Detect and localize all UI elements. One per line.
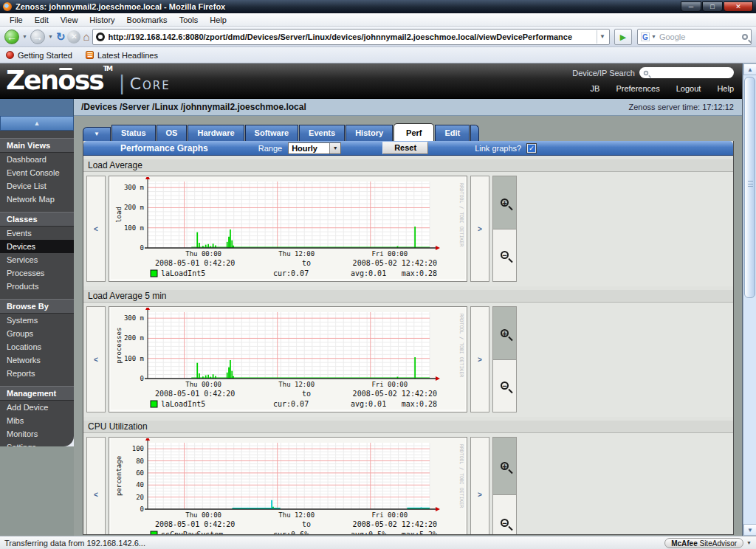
svg-text:300 m: 300 m — [124, 314, 144, 322]
tab-edit[interactable]: Edit — [435, 125, 470, 141]
sidebar-item-devices[interactable]: Devices — [0, 240, 74, 253]
sidebar-background — [0, 446, 74, 536]
sidebar-item-settings[interactable]: Settings — [0, 441, 74, 446]
sidebar-item-reports[interactable]: Reports — [0, 367, 74, 380]
reload-button[interactable]: ↻ — [56, 29, 66, 45]
logout-link[interactable]: Logout — [676, 84, 701, 93]
maximize-button[interactable]: □ — [702, 1, 723, 12]
bookmark-getting-started[interactable]: Getting Started — [6, 51, 72, 60]
sidebar-item-systems[interactable]: Systems — [0, 314, 74, 327]
reset-button[interactable]: Reset — [382, 142, 428, 154]
back-button[interactable]: ← — [4, 30, 19, 44]
search-icon[interactable] — [742, 34, 748, 40]
url-text[interactable]: http://192.168.142.6:8080/zport/dmd/Devi… — [109, 32, 597, 41]
menu-edit[interactable]: Edit — [30, 15, 54, 25]
sidebar-item-services[interactable]: Services — [0, 253, 74, 266]
siteadvisor-caret[interactable]: ▼ — [746, 540, 752, 545]
sidebar-item-mibs[interactable]: Mibs — [0, 414, 74, 427]
tab-os[interactable]: OS — [157, 125, 188, 141]
svg-text:Thu 00:00: Thu 00:00 — [185, 250, 221, 258]
menu-view[interactable]: View — [55, 15, 83, 25]
sidebar-item-dashboard[interactable]: Dashboard — [0, 153, 74, 166]
graph-prev-button[interactable]: < — [86, 176, 106, 282]
zoom-in-button[interactable]: + — [493, 438, 516, 495]
device-ip-search-input[interactable] — [639, 67, 734, 78]
sidebar-item-device-list[interactable]: Device List — [0, 179, 74, 193]
forward-button[interactable]: → — [30, 30, 45, 44]
menu-help[interactable]: Help — [205, 15, 232, 25]
home-button[interactable]: ⌂ — [83, 29, 89, 45]
zoom-out-button[interactable]: − — [493, 495, 516, 536]
trademark-symbol: TM — [103, 65, 111, 72]
graph-next-button[interactable]: > — [470, 176, 489, 282]
svg-text:200 m: 200 m — [124, 204, 144, 211]
sidebar-section-management: Management — [0, 386, 74, 401]
tab-software[interactable]: Software — [245, 125, 298, 141]
svg-text:Thu 00:00: Thu 00:00 — [185, 511, 221, 519]
back-history-caret[interactable]: ▼ — [22, 34, 27, 39]
tab-events[interactable]: Events — [299, 125, 345, 141]
tab-dropdown[interactable]: ▼ — [83, 127, 111, 141]
graph-next-button[interactable]: > — [470, 306, 489, 412]
svg-text:to: to — [302, 390, 311, 398]
stop-button[interactable]: ✕ — [67, 30, 80, 44]
sidebar-item-events[interactable]: Events — [0, 227, 74, 240]
menu-history[interactable]: History — [84, 15, 120, 25]
sidebar-item-add-device[interactable]: Add Device — [0, 401, 74, 414]
zoom-out-button[interactable]: − — [493, 360, 516, 412]
zoom-in-button[interactable]: + — [493, 307, 516, 360]
range-label: Range — [258, 144, 282, 153]
tab-status[interactable]: Status — [111, 125, 156, 141]
url-dropdown-icon[interactable]: ▼ — [597, 30, 608, 44]
tab-history[interactable]: History — [346, 125, 393, 141]
svg-text:cur:0.07: cur:0.07 — [273, 400, 309, 408]
graph-section: CPU Utilization < 020406080100Thu 00:00T… — [83, 421, 733, 535]
tab-hardware[interactable]: Hardware — [188, 125, 244, 141]
bookmark-latest-headlines[interactable]: ☰ Latest Headlines — [86, 51, 158, 60]
zoom-out-icon: − — [501, 519, 509, 527]
sidebar-item-network-map[interactable]: Network Map — [0, 193, 74, 206]
menu-bookmarks[interactable]: Bookmarks — [122, 15, 173, 25]
web-search-bar[interactable]: G ▼ Google — [637, 29, 752, 45]
scroll-down-button[interactable]: ▼ — [743, 524, 756, 536]
minimize-button[interactable]: ─ — [681, 1, 701, 12]
sidebar-item-monitors[interactable]: Monitors — [0, 427, 74, 441]
svg-text:200 m: 200 m — [124, 334, 144, 342]
sidebar-item-locations[interactable]: Locations — [0, 340, 74, 353]
url-bar[interactable]: http://192.168.142.6:8080/zport/dmd/Devi… — [92, 29, 610, 45]
search-engine-caret[interactable]: ▼ — [651, 34, 656, 39]
svg-text:0: 0 — [140, 375, 144, 382]
scroll-up-button[interactable]: ▲ — [743, 63, 756, 75]
preferences-link[interactable]: Preferences — [616, 84, 659, 93]
chevron-down-icon[interactable]: ▼ — [329, 143, 340, 153]
sidebar-item-event-console[interactable]: Event Console — [0, 166, 74, 179]
zoom-out-button[interactable]: − — [493, 229, 516, 282]
breadcrumb[interactable]: /Devices /Server /Linux /johnnymail2.joe… — [81, 102, 306, 112]
link-graphs-checkbox[interactable]: ✓ — [527, 144, 536, 153]
go-button[interactable]: ▶ — [614, 29, 632, 45]
graph-image: 0100 m200 m300 mThu 00:00Thu 12:00Fri 00… — [109, 306, 467, 412]
sidebar-item-networks[interactable]: Networks — [0, 353, 74, 367]
user-link[interactable]: JB — [591, 84, 600, 93]
zoom-in-button[interactable]: + — [493, 176, 516, 229]
tab-perf[interactable]: Perf — [394, 123, 434, 142]
graph-prev-button[interactable]: < — [86, 306, 106, 412]
close-button[interactable]: ✕ — [724, 1, 753, 12]
tab-endcap[interactable] — [470, 125, 479, 141]
graph-prev-button[interactable]: < — [86, 437, 106, 535]
sidebar-item-groups[interactable]: Groups — [0, 327, 74, 340]
vertical-scrollbar[interactable]: ▲ ▼ — [743, 63, 756, 536]
link-graphs-label: Link graphs? — [475, 144, 521, 153]
graph-next-button[interactable]: > — [470, 437, 489, 535]
sidebar-collapse-button[interactable]: ▲ — [0, 116, 74, 131]
scrollbar-thumb[interactable] — [744, 77, 755, 298]
forward-history-caret[interactable]: ▼ — [48, 34, 53, 39]
menu-tools[interactable]: Tools — [174, 15, 204, 25]
range-select[interactable]: Hourly ▼ — [288, 142, 341, 154]
web-search-placeholder[interactable]: Google — [659, 32, 742, 41]
sidebar-item-products[interactable]: Products — [0, 280, 74, 293]
sidebar-item-processes[interactable]: Processes — [0, 266, 74, 280]
help-link[interactable]: Help — [717, 84, 734, 93]
menu-file[interactable]: File — [4, 15, 28, 25]
siteadvisor-button[interactable]: McAfee SiteAdvisor — [664, 538, 743, 548]
